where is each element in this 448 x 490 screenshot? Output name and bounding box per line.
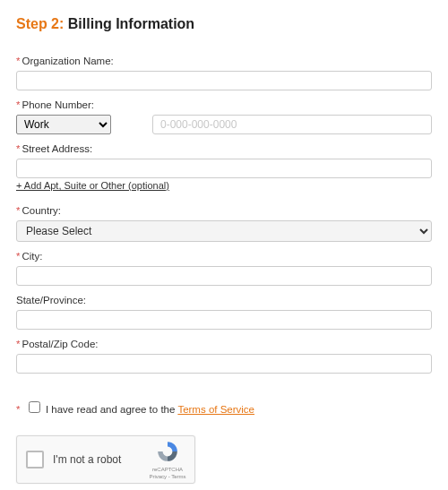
add-apt-link[interactable]: + Add Apt, Suite or Other (optional) [16, 180, 169, 191]
organization-input[interactable] [16, 71, 432, 90]
recaptcha-checkbox[interactable] [26, 451, 44, 469]
step-prefix: Step 2: [16, 16, 64, 31]
step-heading: Step 2: Billing Information [16, 16, 432, 32]
recaptcha-label: I'm not a robot [53, 453, 148, 466]
postal-label: *Postal/Zip Code: [16, 339, 432, 349]
field-country: *Country: Please Select [16, 205, 432, 242]
recaptcha-brand-block: reCAPTCHA Privacy - Terms [148, 440, 187, 479]
street-input[interactable] [16, 159, 432, 178]
organization-label: *Organization Name: [16, 56, 432, 66]
recaptcha-privacy-terms: Privacy - Terms [148, 474, 187, 480]
country-label: *Country: [16, 205, 432, 216]
field-postal: *Postal/Zip Code: [16, 339, 432, 374]
field-state: State/Province: [16, 295, 432, 330]
state-input[interactable] [16, 310, 432, 330]
recaptcha-brand: reCAPTCHA [148, 467, 187, 473]
country-select[interactable]: Please Select [16, 220, 432, 242]
street-label: *Street Address: [16, 143, 432, 154]
terms-checkbox[interactable] [29, 401, 40, 413]
phone-label: *Phone Number: [16, 99, 432, 110]
field-city: *City: [16, 251, 432, 286]
recaptcha-icon [156, 440, 179, 463]
recaptcha-widget[interactable]: I'm not a robot reCAPTCHA Privacy - Term… [16, 435, 195, 484]
city-label: *City: [16, 251, 432, 262]
phone-number-input[interactable] [152, 115, 432, 134]
field-street: *Street Address: + Add Apt, Suite or Oth… [16, 143, 432, 196]
field-organization: *Organization Name: [16, 56, 432, 90]
phone-type-select[interactable]: Work [16, 115, 111, 134]
postal-input[interactable] [16, 354, 432, 374]
field-phone: *Phone Number: Work [16, 99, 432, 134]
step-title: Billing Information [68, 16, 194, 31]
terms-text: I have read and agree to the [46, 404, 177, 415]
terms-row: * I have read and agree to the Terms of … [16, 399, 432, 416]
city-input[interactable] [16, 266, 432, 286]
state-label: State/Province: [16, 295, 432, 305]
terms-link[interactable]: Terms of Service [177, 404, 254, 415]
